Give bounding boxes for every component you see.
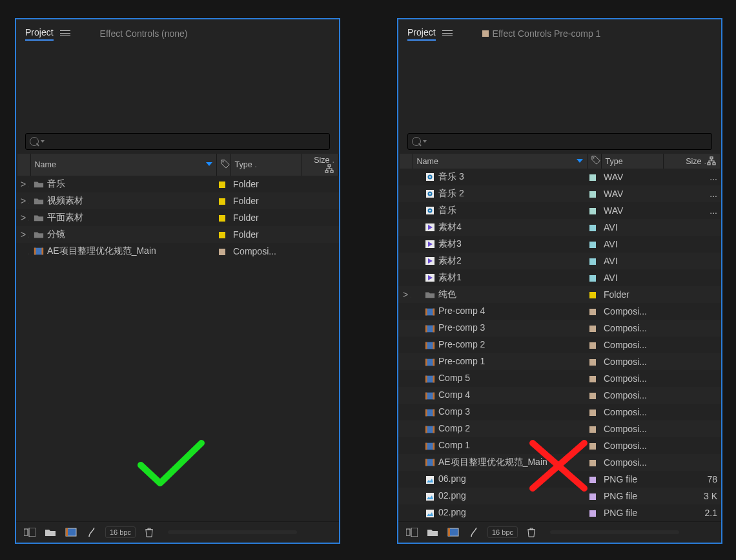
- asset-type: Composi...: [600, 404, 662, 420]
- expand-icon[interactable]: >: [20, 196, 26, 206]
- search-input[interactable]: [25, 133, 330, 150]
- label-swatch[interactable]: [589, 426, 596, 433]
- bpc-button[interactable]: 16 bpc: [487, 526, 518, 538]
- col-name[interactable]: Name: [413, 154, 587, 169]
- tab-effect-controls[interactable]: Effect Controls Pre-comp 1: [482, 28, 601, 39]
- label-swatch[interactable]: [589, 410, 596, 416]
- table-row[interactable]: Pre-comp 1Composi...: [398, 353, 721, 370]
- label-swatch[interactable]: [589, 460, 596, 466]
- asset-list[interactable]: 音乐 3WAV...音乐 2WAV...音乐WAV...素材4AVI素材3AVI…: [398, 169, 721, 521]
- interpret-footage-icon[interactable]: [23, 526, 37, 539]
- tab-project[interactable]: Project: [25, 27, 54, 41]
- table-row[interactable]: >音乐Folder: [16, 176, 339, 192]
- table-row[interactable]: Comp 2Composi...: [398, 420, 721, 437]
- label-swatch[interactable]: [589, 208, 596, 214]
- label-swatch[interactable]: [219, 249, 225, 255]
- table-row[interactable]: AE项目整理优化规范_MainComposi...: [16, 243, 339, 260]
- label-swatch[interactable]: [589, 275, 596, 282]
- adjustment-icon[interactable]: [85, 526, 99, 539]
- col-label[interactable]: [587, 154, 601, 169]
- svg-point-17: [429, 176, 431, 178]
- label-swatch[interactable]: [589, 225, 596, 231]
- table-row[interactable]: 素材4AVI: [398, 219, 721, 236]
- table-row[interactable]: 素材3AVI: [398, 236, 721, 253]
- asset-type: Folder: [600, 286, 662, 303]
- new-folder-icon[interactable]: [43, 526, 57, 539]
- label-swatch[interactable]: [219, 198, 225, 205]
- svg-rect-42: [433, 375, 434, 382]
- label-swatch[interactable]: [589, 309, 596, 315]
- table-row[interactable]: Comp 5Composi...: [398, 370, 721, 387]
- label-swatch[interactable]: [219, 215, 225, 222]
- table-row[interactable]: >分镜Folder: [16, 226, 339, 243]
- label-swatch[interactable]: [219, 181, 225, 188]
- col-size[interactable]: Size.: [302, 154, 339, 176]
- label-swatch[interactable]: [589, 258, 596, 265]
- table-row[interactable]: 02.pngPNG file3 K: [398, 488, 721, 504]
- expand-icon[interactable]: >: [20, 179, 26, 189]
- trash-icon[interactable]: [524, 526, 538, 539]
- label-swatch[interactable]: [589, 292, 596, 298]
- panel-menu-icon[interactable]: [60, 28, 70, 38]
- label-swatch[interactable]: [589, 242, 596, 248]
- col-type[interactable]: Type.: [230, 154, 302, 176]
- table-row[interactable]: Comp 3Composi...: [398, 404, 721, 420]
- table-row[interactable]: Comp 4Composi...: [398, 387, 721, 404]
- new-folder-icon[interactable]: [425, 526, 440, 539]
- flowchart-icon[interactable]: [324, 163, 334, 174]
- thumbnail-size-slider[interactable]: [168, 530, 297, 534]
- asset-size: [662, 337, 721, 353]
- label-swatch[interactable]: [589, 376, 596, 382]
- asset-size: 78: [662, 471, 721, 488]
- expand-icon[interactable]: >: [402, 289, 409, 300]
- label-swatch[interactable]: [589, 393, 596, 399]
- col-label[interactable]: [216, 154, 230, 176]
- label-swatch[interactable]: [589, 493, 596, 500]
- search-input[interactable]: [407, 133, 712, 150]
- table-row[interactable]: 02.pngPNG file2.1: [398, 504, 721, 521]
- thumbnail-size-slider[interactable]: [550, 530, 679, 534]
- label-swatch[interactable]: [589, 510, 596, 517]
- table-row[interactable]: 素材2AVI: [398, 253, 721, 269]
- search-dropdown-icon[interactable]: [423, 140, 427, 143]
- table-row[interactable]: 音乐 2WAV...: [398, 185, 721, 202]
- label-swatch[interactable]: [589, 174, 596, 181]
- table-row[interactable]: Pre-comp 2Composi...: [398, 337, 721, 353]
- label-swatch[interactable]: [589, 443, 596, 450]
- label-swatch[interactable]: [589, 326, 596, 332]
- trash-icon[interactable]: [142, 526, 156, 539]
- col-type[interactable]: Type: [601, 154, 663, 169]
- table-row[interactable]: Comp 1Composi...: [398, 437, 721, 454]
- tab-project[interactable]: Project: [407, 27, 436, 41]
- table-row[interactable]: >纯色Folder: [398, 286, 721, 303]
- table-row[interactable]: Pre-comp 4Composi...: [398, 303, 721, 320]
- asset-size: 3 K: [662, 488, 721, 504]
- table-row[interactable]: 06.pngPNG file78: [398, 471, 721, 488]
- flowchart-icon[interactable]: [706, 156, 717, 166]
- adjustment-icon[interactable]: [467, 526, 481, 539]
- asset-list[interactable]: >音乐Folder>视频素材Folder>平面素材Folder>分镜Folder…: [16, 176, 339, 521]
- new-comp-icon[interactable]: [446, 526, 460, 539]
- table-row[interactable]: >平面素材Folder: [16, 209, 339, 226]
- search-dropdown-icon[interactable]: [41, 140, 45, 143]
- interpret-footage-icon[interactable]: [405, 526, 419, 539]
- bpc-button[interactable]: 16 bpc: [105, 526, 136, 538]
- label-swatch[interactable]: [589, 342, 596, 349]
- label-swatch[interactable]: [589, 191, 596, 198]
- label-swatch[interactable]: [219, 232, 225, 238]
- table-row[interactable]: 音乐 3WAV...: [398, 169, 721, 185]
- panel-menu-icon[interactable]: [442, 28, 453, 38]
- col-name[interactable]: Name: [30, 154, 216, 176]
- table-row[interactable]: 素材1AVI: [398, 269, 721, 286]
- tab-effect-controls[interactable]: Effect Controls (none): [100, 28, 188, 39]
- col-size[interactable]: Size.: [663, 154, 721, 169]
- table-row[interactable]: AE项目整理优化规范_MainComposi...: [398, 454, 721, 471]
- new-comp-icon[interactable]: [64, 526, 78, 539]
- expand-icon[interactable]: >: [20, 229, 26, 240]
- table-row[interactable]: 音乐WAV...: [398, 202, 721, 219]
- label-swatch[interactable]: [589, 477, 596, 483]
- label-swatch[interactable]: [589, 359, 596, 366]
- table-row[interactable]: >视频素材Folder: [16, 192, 339, 209]
- table-row[interactable]: Pre-comp 3Composi...: [398, 320, 721, 337]
- expand-icon[interactable]: >: [20, 213, 26, 223]
